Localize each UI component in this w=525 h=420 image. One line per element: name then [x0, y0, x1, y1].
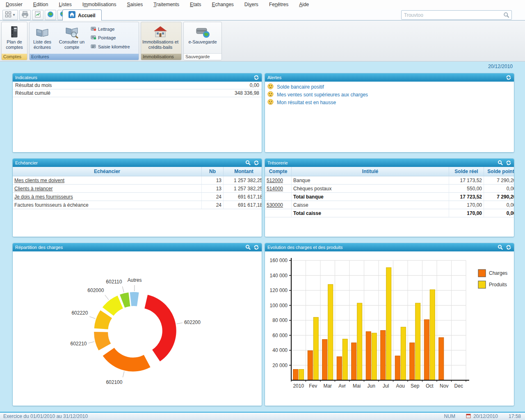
table-row: Mes clients me doivent131 257 382,25: [13, 176, 262, 185]
menu-item-listes[interactable]: Listes: [59, 2, 71, 7]
ribbon-button-label: e-Sauvegarde: [188, 39, 217, 45]
menu-item-saisies[interactable]: Saisies: [127, 2, 143, 7]
views-grid-button[interactable]: ▼: [2, 10, 18, 20]
indicateurs-list: Résultat du mois0,00Résultat cumulé348 3…: [13, 82, 262, 152]
statusbar-date: 20/12/2010: [466, 413, 498, 420]
column-header[interactable]: Montant: [224, 167, 262, 176]
compte-link[interactable]: 512000: [267, 178, 283, 183]
ribbon-button-binder[interactable]: Plan de comptes: [2, 23, 26, 53]
table-row: Je dois à mes fournisseurs24691 617,18: [13, 193, 262, 201]
exercise-period: Exercice du 01/01/2010 au 31/12/2010: [0, 413, 444, 419]
table-row: Factures fournisseurs à échéance24691 61…: [13, 201, 262, 209]
y-tick-label: 60 000: [272, 333, 288, 338]
legend-swatch-charges: [478, 269, 486, 277]
echeancier-link[interactable]: Mes clients me doivent: [14, 178, 64, 183]
ribbon-group-label: Comptes: [2, 54, 27, 60]
web-globe-button[interactable]: [45, 10, 56, 20]
bar-produits-Mai: [357, 303, 362, 380]
ribbon-button-label: Saisie kilomètre: [98, 44, 130, 49]
binder-icon: [8, 25, 21, 39]
search-input[interactable]: [402, 12, 503, 18]
indicator-row: Résultat du mois0,00: [13, 82, 262, 89]
zoom-icon[interactable]: [245, 244, 251, 250]
bar-produits-2010: [299, 370, 304, 380]
compte-link[interactable]: 514000: [267, 186, 283, 192]
solde-point-cell: 0,00: [484, 185, 515, 193]
zoom-icon[interactable]: [245, 160, 251, 166]
menu-item-immobilisations[interactable]: Immobilisations: [82, 2, 116, 7]
refresh-icon[interactable]: [506, 75, 511, 80]
intitule-cell: Caisse: [292, 201, 449, 209]
refresh-icon[interactable]: [253, 244, 259, 250]
drive-globe-icon: [195, 25, 210, 39]
ribbon-button-book-search[interactable]: Consulter un compte: [54, 23, 89, 53]
refresh-icon[interactable]: [506, 244, 511, 250]
tab-label: Accueil: [78, 13, 96, 18]
column-header[interactable]: Nb: [202, 167, 224, 176]
house-icon: [153, 25, 168, 39]
printer-button[interactable]: [19, 10, 31, 20]
dropdown-caret-icon[interactable]: ▼: [12, 13, 16, 17]
refresh-icon[interactable]: [253, 160, 259, 166]
refresh-icon[interactable]: [506, 160, 511, 166]
column-header[interactable]: Intitulé: [292, 167, 449, 176]
export-excel-icon: [34, 11, 41, 20]
ribbon-button-book[interactable]: Liste des écritures: [30, 23, 54, 53]
menu-item-echanges[interactable]: Echanges: [212, 2, 233, 7]
menu-item-edition[interactable]: Edition: [33, 2, 48, 7]
indicator-value: 0,00: [250, 82, 259, 88]
column-header[interactable]: Solde réel: [449, 167, 484, 176]
ribbon-button-pointage[interactable]: Pointage: [89, 34, 131, 41]
search-box: [401, 10, 512, 20]
menu-item-aide[interactable]: Aide: [299, 2, 309, 7]
ribbon-button-kilometre[interactable]: Saisie kilomètre: [89, 43, 131, 50]
label-leader-line: [89, 317, 95, 319]
x-category-label: Avr: [338, 383, 346, 389]
menu-item-fentres[interactable]: Fenêtres: [269, 2, 288, 7]
column-header[interactable]: Echéancier: [13, 167, 202, 176]
ribbon-group-label: Sauvegarde: [184, 53, 221, 60]
ribbon-button-lettrage[interactable]: Lettrage: [89, 25, 131, 33]
menu-item-divers[interactable]: Divers: [244, 2, 258, 7]
nb-cell: 13: [202, 185, 224, 193]
search-icon[interactable]: [503, 12, 510, 18]
panel-title: Indicateurs: [15, 75, 251, 80]
smiley-icon: [267, 91, 274, 98]
menu-item-traitements[interactable]: Traitements: [153, 2, 179, 7]
table-row: Total caisse170,000,00: [265, 209, 514, 217]
column-header[interactable]: Solde point: [484, 167, 515, 176]
donut-slice-602100: [103, 348, 151, 372]
ribbon-button-house[interactable]: Immobilisations et crédits-bails: [142, 23, 179, 53]
bar-produits-Sep: [415, 303, 420, 380]
label-leader-line: [176, 323, 183, 324]
bar-produits-Fev: [313, 317, 318, 380]
ribbon-button-label: Immobilisations et crédits-bails: [142, 39, 179, 50]
alert-item: Mes ventes sont supérieures aux charges: [265, 91, 514, 98]
table-row: Clients à relancer131 257 382,25: [13, 185, 262, 193]
tab-accueil[interactable]: Accueil: [62, 9, 102, 21]
zoom-icon[interactable]: [498, 160, 503, 166]
solde-point-cell: 0,00: [484, 201, 515, 209]
panel-tresorerie: Trésorerie CompteIntituléSolde réelSolde…: [265, 158, 514, 237]
ribbon-button-drive-globe[interactable]: e-Sauvegarde: [185, 23, 221, 53]
ribbon-group-sauvegarde: e-SauvegardeSauvegarde: [183, 22, 222, 60]
echeancier-link[interactable]: Clients à relancer: [14, 186, 52, 192]
donut-label-602000: 602000: [87, 288, 104, 293]
zoom-icon[interactable]: [498, 244, 503, 250]
bar-produits-Jul: [386, 267, 391, 380]
export-excel-button[interactable]: [32, 10, 43, 20]
refresh-icon[interactable]: [253, 75, 259, 80]
alert-item: Solde bancaire positif: [265, 83, 514, 91]
ribbon-group-comptes: Plan de comptesComptes: [1, 22, 27, 60]
table-header-row: EchéancierNbMontant: [13, 167, 262, 176]
current-date: 20/12/2010: [488, 64, 513, 69]
echeancier-link[interactable]: Je dois à mes fournisseurs: [14, 194, 73, 200]
menu-item-dossier[interactable]: Dossier: [6, 2, 23, 7]
solde-point-cell: 7 290,20: [484, 193, 515, 201]
menu-item-etats[interactable]: Etats: [190, 2, 201, 7]
column-header[interactable]: Compte: [265, 167, 292, 176]
table-header-row: CompteIntituléSolde réelSolde point: [265, 167, 514, 176]
label-leader-line: [122, 286, 124, 292]
compte-link[interactable]: 530000: [267, 202, 283, 208]
bar-produits-Jun: [372, 333, 377, 380]
